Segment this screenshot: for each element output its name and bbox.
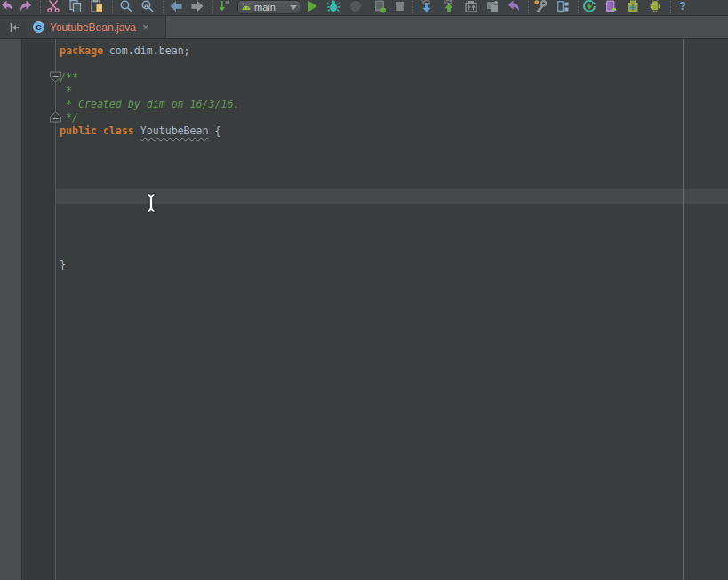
project-structure-button[interactable] — [556, 0, 570, 13]
undo-button[interactable] — [0, 0, 14, 13]
coverage-button[interactable] — [348, 0, 363, 13]
keyword-token: public class — [60, 125, 140, 137]
tab-youtubebean-java[interactable]: C YoutubeBean.java × — [28, 16, 166, 38]
hide-tool-window-bars-button[interactable] — [0, 16, 28, 38]
copy-button[interactable] — [68, 0, 83, 13]
rollback-button[interactable] — [507, 0, 521, 13]
gradle-sync-icon — [582, 0, 596, 13]
code-line: package com.dim.bean; — [60, 44, 190, 58]
redo-button[interactable] — [19, 0, 33, 13]
avd-manager-button[interactable] — [604, 0, 618, 13]
tab-title: YoutubeBean.java — [50, 21, 136, 34]
paste-button[interactable] — [90, 0, 104, 13]
vcs-commit-button[interactable]: VCS — [442, 0, 456, 13]
redo-icon — [19, 0, 33, 13]
code-token: com.dim.bean; — [103, 44, 190, 57]
attach-debugger-icon — [372, 0, 387, 13]
code-line: */ — [60, 111, 78, 125]
toolbar-separator — [112, 1, 113, 14]
debug-button[interactable] — [326, 0, 340, 13]
find-icon — [119, 0, 133, 13]
vcs-update-icon: VCS — [420, 0, 434, 13]
copy-icon — [68, 0, 83, 13]
toolbar-separator — [212, 1, 213, 14]
sdk-manager-icon — [626, 0, 640, 13]
chevron-down-icon — [290, 5, 297, 10]
forward-button[interactable] — [190, 0, 204, 13]
comment-token: * Created by dim on 16/3/16. — [60, 98, 239, 110]
toolbar-separator — [670, 1, 671, 14]
toolbar-separator — [163, 1, 164, 14]
tool-window-stripe — [0, 39, 22, 580]
toolbar-separator — [528, 1, 529, 14]
replace-icon: A — [140, 0, 155, 13]
sync-button[interactable]: 01 10 01 — [218, 0, 232, 13]
replace-button[interactable]: A — [140, 0, 155, 13]
help-icon: ? — [679, 0, 686, 12]
cut-button[interactable] — [46, 0, 60, 13]
toolbar-separator — [412, 1, 413, 14]
toolbar-separator — [578, 1, 579, 14]
back-button[interactable] — [169, 0, 183, 13]
coverage-icon — [348, 0, 363, 13]
sync-binary-icon: 01 10 01 — [218, 0, 232, 13]
cut-icon — [46, 0, 60, 13]
gradle-sync-button[interactable] — [582, 0, 596, 13]
attach-debugger-button[interactable] — [372, 0, 387, 13]
changes-button[interactable] — [464, 0, 478, 13]
stop-button[interactable] — [393, 0, 407, 13]
stop-icon — [393, 0, 407, 13]
paste-icon — [90, 0, 104, 13]
find-button[interactable] — [119, 0, 133, 13]
code-line: * Created by dim on 16/3/16. — [60, 98, 239, 111]
comment-token: */ — [60, 111, 78, 124]
svg-text:01 10 01: 01 10 01 — [226, 0, 233, 4]
changes-icon — [464, 0, 478, 13]
run-button[interactable] — [305, 0, 319, 13]
android-head-icon — [241, 2, 252, 12]
hide-tool-window-bars-icon — [8, 21, 20, 34]
avd-manager-icon — [604, 0, 618, 13]
settings-icon — [533, 0, 548, 13]
android-monitor-icon — [648, 0, 662, 13]
vcs-commit-icon: VCS — [442, 0, 456, 13]
comment-token: * — [60, 85, 72, 97]
help-button[interactable]: ? — [676, 0, 690, 13]
rollback-icon — [507, 0, 521, 13]
main-toolbar: A 01 10 01 main VCS VCS ? — [0, 0, 728, 16]
right-margin-guide — [683, 39, 684, 580]
history-button[interactable] — [485, 0, 500, 13]
svg-text:VCS: VCS — [422, 0, 430, 4]
undo-icon — [0, 0, 14, 13]
code-line: public class YoutubeBean { — [60, 125, 221, 138]
back-icon — [169, 0, 183, 13]
project-structure-icon — [556, 0, 570, 13]
class-name-token: YoutubeBean — [140, 125, 209, 137]
svg-text:VCS: VCS — [444, 0, 452, 4]
vcs-update-button[interactable]: VCS — [420, 0, 434, 13]
class-icon: C — [33, 21, 44, 33]
code-token: } — [60, 258, 66, 270]
svg-text:A: A — [144, 3, 148, 9]
history-icon — [485, 0, 500, 13]
toolbar-separator — [40, 1, 41, 14]
run-icon — [305, 0, 319, 13]
code-line: } — [60, 258, 66, 271]
code-token: { — [209, 125, 221, 137]
ibeam-mouse-cursor — [145, 192, 157, 213]
close-icon[interactable]: × — [142, 21, 149, 33]
debug-icon — [326, 0, 340, 13]
code-line: * — [60, 85, 72, 98]
editor-tab-bar: C YoutubeBean.java × — [0, 16, 728, 39]
keyword-token: package — [60, 44, 103, 57]
settings-button[interactable] — [533, 0, 548, 13]
run-config-label: main — [254, 2, 290, 12]
comment-token: /** — [60, 71, 78, 84]
code-editor[interactable]: package com.dim.bean; /** * * Created by… — [0, 39, 728, 580]
sdk-manager-button[interactable] — [626, 0, 640, 13]
run-config-dropdown[interactable]: main — [237, 0, 300, 14]
forward-icon — [190, 0, 204, 13]
android-monitor-button[interactable] — [648, 0, 662, 13]
code-line: /** — [60, 71, 78, 85]
